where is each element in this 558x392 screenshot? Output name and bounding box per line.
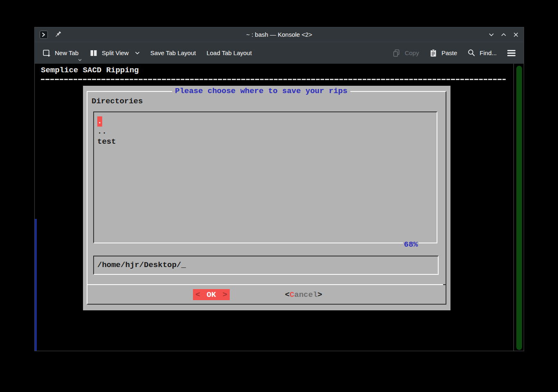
search-icon [467, 49, 476, 58]
hamburger-menu-icon[interactable] [506, 49, 516, 57]
scrollbar-thumb[interactable] [516, 66, 522, 350]
path-input[interactable]: /home/hjr/Desktop/_ [93, 256, 439, 275]
save-tab-layout-label: Save Tab Layout [150, 49, 196, 56]
ok-label: OK [207, 290, 216, 299]
load-tab-layout-button[interactable]: Load Tab Layout [206, 49, 252, 56]
ok-button[interactable]: < OK > [193, 289, 230, 300]
directory-list[interactable]: . .. test [93, 111, 437, 243]
copy-label: Copy [405, 49, 419, 56]
split-view-button[interactable]: Split View [89, 49, 140, 58]
selected-directory[interactable]: . [97, 116, 102, 127]
paste-icon [429, 49, 438, 58]
terminal-view[interactable]: Semplice SACD Ripping Please choose wher… [35, 64, 524, 351]
load-tab-layout-label: Load Tab Layout [206, 49, 252, 56]
path-input-value: /home/hjr/Desktop/ [97, 261, 181, 270]
split-view-icon [89, 49, 98, 58]
maximize-button[interactable] [501, 32, 506, 38]
list-scroll-percent: 68% [403, 240, 419, 250]
backtitle-separator [41, 79, 506, 80]
paste-label: Paste [441, 49, 457, 56]
save-location-dialog: Please choose where to save your rips Di… [83, 86, 450, 310]
titlebar: ~ : bash — Konsole <2> [35, 27, 524, 42]
split-view-label: Split View [102, 49, 129, 56]
copy-button[interactable]: Copy [392, 49, 419, 58]
minimize-button[interactable] [489, 32, 494, 38]
dialog-title: Please choose where to save your rips [172, 87, 350, 96]
cancel-hotkey: C [289, 290, 294, 299]
scrollbar[interactable] [513, 64, 524, 351]
cancel-bracket-right: > [318, 290, 322, 299]
list-item[interactable]: test [97, 137, 433, 147]
cancel-label-rest: ancel [294, 290, 318, 299]
list-item[interactable]: . [97, 116, 433, 127]
cancel-button[interactable]: < C ancel > [285, 289, 323, 300]
prompt-marker [35, 219, 37, 351]
backtitle: Semplice SACD Ripping [41, 66, 139, 75]
pin-icon[interactable] [54, 31, 63, 39]
list-item[interactable]: .. [97, 127, 433, 137]
find-button[interactable]: Find... [467, 49, 497, 58]
konsole-app-icon [40, 31, 48, 39]
directories-label: Directories [92, 97, 143, 106]
window-title: ~ : bash — Konsole <2> [35, 31, 524, 38]
copy-icon [392, 49, 401, 58]
new-tab-label: New Tab [55, 49, 78, 56]
close-button[interactable] [513, 32, 519, 38]
konsole-window: ~ : bash — Konsole <2> New Tab [34, 27, 524, 351]
ok-bracket-left: < [195, 290, 200, 299]
toolbar: New Tab Split View Save Tab Layout Load … [35, 42, 524, 64]
new-tab-button[interactable]: New Tab [42, 49, 78, 58]
text-cursor: _ [181, 261, 186, 270]
save-tab-layout-button[interactable]: Save Tab Layout [150, 49, 196, 56]
paste-button[interactable]: Paste [429, 49, 457, 58]
split-view-chevron-icon [135, 51, 140, 55]
new-tab-menu-chevron-icon[interactable] [78, 59, 82, 61]
new-tab-icon [42, 49, 51, 58]
button-separator [87, 284, 446, 285]
cancel-bracket-left: < [285, 290, 289, 299]
find-label: Find... [480, 49, 497, 56]
ok-bracket-right: > [223, 290, 227, 299]
